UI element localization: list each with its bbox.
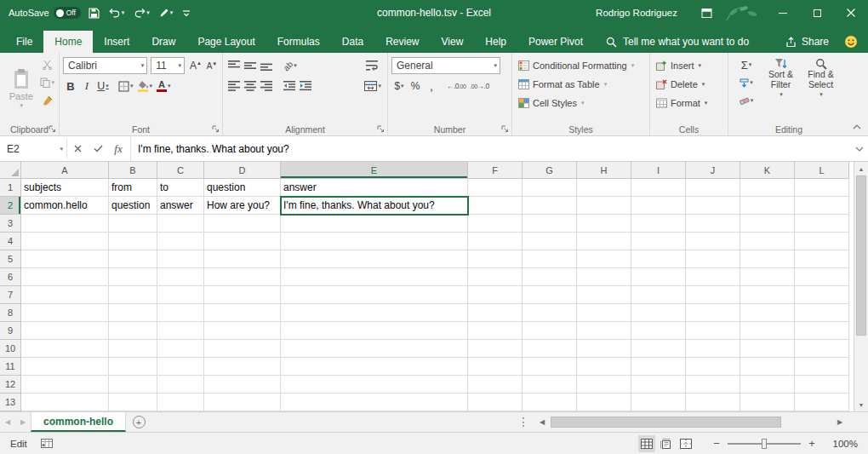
cell-A9[interactable] [21, 322, 109, 340]
horizontal-scroll-thumb[interactable] [551, 417, 781, 428]
column-header-E[interactable]: E [281, 162, 468, 179]
sheet-nav-left-button[interactable]: ◀ [0, 412, 15, 432]
autosum-button[interactable]: Σ▾ [732, 56, 761, 73]
scroll-right-arrow[interactable]: ▶ [832, 412, 848, 432]
cell-L2[interactable] [795, 197, 849, 215]
cell-A4[interactable] [21, 233, 109, 250]
maximize-button[interactable] [800, 0, 834, 26]
cell-C7[interactable] [157, 286, 204, 304]
font-color-button[interactable]: A ▾ [155, 78, 173, 95]
increase-font-size-button[interactable]: A▲ [188, 57, 203, 74]
cell-J8[interactable] [686, 304, 740, 322]
cell-B13[interactable] [109, 394, 157, 411]
cell-L5[interactable] [795, 250, 849, 268]
new-sheet-button[interactable]: + [126, 412, 151, 432]
column-header-J[interactable]: J [686, 162, 740, 179]
page-layout-view-button[interactable] [658, 435, 675, 452]
cell-H2[interactable] [577, 197, 631, 215]
column-header-L[interactable]: L [795, 162, 849, 179]
cell-L10[interactable] [795, 340, 849, 358]
cell-E13[interactable] [281, 394, 468, 411]
cell-H8[interactable] [577, 304, 631, 322]
cell-I9[interactable] [631, 322, 686, 340]
cell-A11[interactable] [21, 358, 109, 376]
cell-K1[interactable] [740, 179, 795, 197]
feedback-button[interactable] [837, 31, 868, 53]
format-cells-button[interactable]: Format ▾ [654, 95, 725, 112]
merge-center-button[interactable]: ▾ [363, 78, 383, 95]
cell-D8[interactable] [204, 304, 281, 322]
cell-G7[interactable] [523, 286, 577, 304]
row-header-10[interactable]: 10 [0, 340, 21, 358]
cell-I8[interactable] [631, 304, 686, 322]
cell-J5[interactable] [686, 250, 740, 268]
align-center-button[interactable] [243, 78, 258, 95]
insert-function-button[interactable]: fx [108, 136, 128, 161]
cell-F8[interactable] [468, 304, 523, 322]
cell-K4[interactable] [740, 233, 795, 250]
align-left-button[interactable] [226, 78, 242, 95]
cell-I7[interactable] [631, 286, 686, 304]
decrease-decimal-button[interactable]: .00→.0 [468, 78, 490, 95]
expand-formula-bar-button[interactable] [851, 136, 868, 161]
cell-A1[interactable]: subjects [21, 179, 109, 197]
insert-cells-button[interactable]: Insert ▾ [654, 57, 725, 74]
column-header-C[interactable]: C [157, 162, 204, 179]
cell-K8[interactable] [740, 304, 795, 322]
bottom-align-button[interactable] [259, 57, 274, 74]
delete-cells-button[interactable]: Delete ▾ [654, 76, 725, 93]
cell-J10[interactable] [686, 340, 740, 358]
underline-button[interactable]: U▾ [95, 78, 111, 95]
cell-E12[interactable] [281, 376, 468, 394]
cell-G12[interactable] [523, 376, 577, 394]
cell-J7[interactable] [686, 286, 740, 304]
collapse-ribbon-button[interactable] [849, 121, 865, 133]
cell-A8[interactable] [21, 304, 109, 322]
row-header-12[interactable]: 12 [0, 376, 21, 394]
cell-A3[interactable] [21, 215, 109, 233]
horizontal-scrollbar[interactable]: ◀ ▶ [534, 412, 848, 432]
cell-I10[interactable] [631, 340, 686, 358]
tab-review[interactable]: Review [374, 31, 430, 53]
zoom-in-button[interactable]: + [806, 437, 818, 450]
cell-H5[interactable] [577, 250, 631, 268]
cell-I13[interactable] [631, 394, 686, 411]
cell-D10[interactable] [204, 340, 281, 358]
zoom-level[interactable]: 100% [829, 439, 858, 449]
align-right-button[interactable] [259, 78, 274, 95]
cell-I6[interactable] [631, 268, 686, 286]
font-size-combo[interactable]: 11 ▾ [151, 57, 185, 74]
bold-button[interactable]: B [63, 78, 78, 95]
cell-D2[interactable]: How are you? [204, 197, 281, 215]
cell-B9[interactable] [109, 322, 157, 340]
cell-E7[interactable] [281, 286, 468, 304]
cell-D7[interactable] [204, 286, 281, 304]
cell-I4[interactable] [631, 233, 686, 250]
macro-record-button[interactable] [41, 439, 53, 448]
zoom-slider-thumb[interactable] [762, 439, 767, 449]
cell-D1[interactable]: question [204, 179, 281, 197]
horizontal-scroll-track[interactable] [550, 412, 832, 432]
tab-power-pivot[interactable]: Power Pivot [517, 31, 594, 53]
vertical-scrollbar[interactable]: ▲ ▼ [854, 162, 868, 411]
italic-button[interactable]: I [79, 78, 94, 95]
cell-B3[interactable] [109, 215, 157, 233]
cell-K6[interactable] [740, 268, 795, 286]
cell-B8[interactable] [109, 304, 157, 322]
cell-I12[interactable] [631, 376, 686, 394]
cell-E6[interactable] [281, 268, 468, 286]
accounting-format-button[interactable]: $▾ [391, 78, 407, 95]
cell-H13[interactable] [577, 394, 631, 411]
column-header-A[interactable]: A [21, 162, 109, 179]
cell-K7[interactable] [740, 286, 795, 304]
column-header-F[interactable]: F [468, 162, 523, 179]
cell-styles-button[interactable]: Cell Styles ▾ [516, 95, 647, 112]
cell-J4[interactable] [686, 233, 740, 250]
comma-style-button[interactable]: , [424, 78, 439, 95]
cell-B7[interactable] [109, 286, 157, 304]
wrap-text-button[interactable] [364, 57, 380, 74]
row-header-2[interactable]: 2 [0, 197, 21, 215]
cell-D11[interactable] [204, 358, 281, 376]
paste-button[interactable]: Paste ▾ [3, 55, 38, 122]
row-header-11[interactable]: 11 [0, 358, 21, 376]
